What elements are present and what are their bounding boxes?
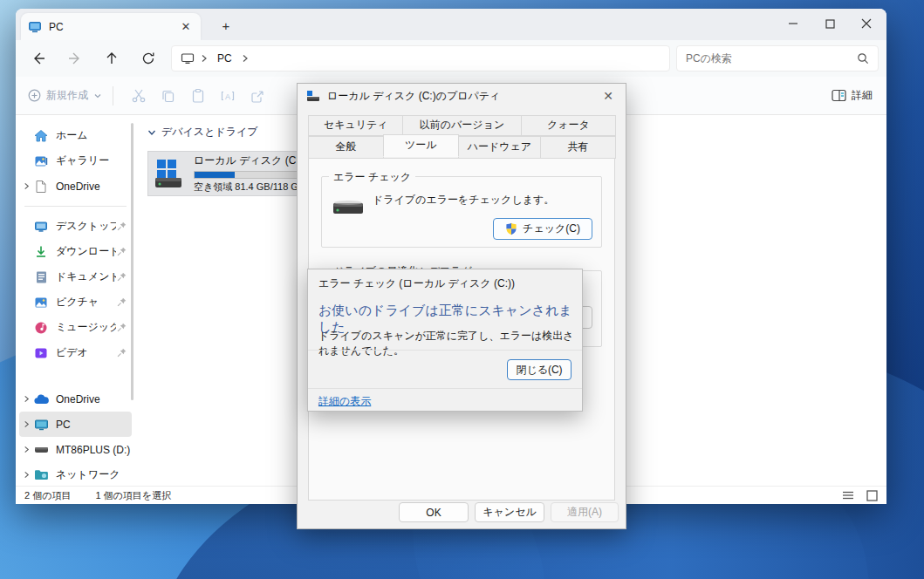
this-pc-icon [181,51,195,65]
new-item-label: 新規作成 [46,88,88,103]
tab-quota[interactable]: クォータ [521,115,616,136]
tab-security[interactable]: セキュリティ [308,115,403,136]
search-placeholder: PCの検索 [686,51,857,66]
properties-tabs: セキュリティ 以前のバージョン クォータ 全般 ツール ハードウェア 共有 [308,115,615,159]
properties-dialog-titlebar: ローカル ディスク (C:)のプロパティ ✕ [298,84,626,108]
properties-dialog-title: ローカル ディスク (C:)のプロパティ [327,89,592,104]
explorer-tab-pc[interactable]: PC ✕ [21,13,201,40]
paste-icon[interactable] [183,82,213,110]
cut-icon[interactable] [124,82,154,110]
copy-icon[interactable] [154,82,183,110]
svg-text:A: A [225,92,230,100]
pin-icon [116,271,128,283]
apply-button[interactable]: 適用(A) [551,502,619,522]
sidebar-divider [24,206,127,207]
hdd-icon [332,198,364,217]
scan-dialog-title: エラー チェック (ローカル ディスク (C:)) [318,276,515,291]
tab-previous-versions[interactable]: 以前のバージョン [402,115,521,136]
sidebar-item-onedrive-top[interactable]: OneDrive [19,174,132,199]
chevron-right-icon[interactable] [19,446,33,453]
large-icons-view-icon[interactable] [866,490,878,501]
chevron-right-icon [241,54,250,63]
show-details-link[interactable]: 詳細の表示 [318,394,371,409]
sidebar-item-label: ビデオ [56,345,116,360]
back-button[interactable] [24,44,52,72]
sidebar-item-label: ギャラリー [56,153,132,168]
drive-icon [33,442,49,458]
chevron-down-icon [147,128,156,137]
ok-button[interactable]: OK [399,502,469,522]
tab-general[interactable]: 全般 [308,136,384,159]
drive-usage-fill [195,172,235,178]
check-button-label: チェック(C) [523,221,580,236]
sidebar-item-music[interactable]: ミュージック [19,315,132,340]
toolbar-divider [113,86,113,106]
new-tab-button[interactable]: + [215,16,237,37]
refresh-button[interactable] [134,44,162,72]
forward-button[interactable] [61,44,89,72]
sidebar-item-pictures[interactable]: ピクチャ [19,290,132,315]
address-bar[interactable]: PC [171,45,670,72]
scan-close-button[interactable]: 閉じる(C) [507,359,572,380]
pin-icon [116,322,128,334]
section-header-label: デバイスとドライブ [161,125,258,140]
cancel-button[interactable]: キャンセル [475,502,544,522]
pin-icon [116,221,128,233]
tab-close-icon[interactable]: ✕ [178,19,194,35]
tab-tools[interactable]: ツール [383,134,459,157]
sidebar-item-label: ドキュメント [56,269,116,284]
document-icon [33,269,49,285]
details-pane-label: 詳細 [852,88,873,103]
sidebar-item-home[interactable]: ホーム [19,123,132,148]
sidebar-scrollbar[interactable] [131,123,133,400]
drive-small-icon [306,90,320,102]
sidebar-item-documents[interactable]: ドキュメント [19,264,132,290]
minimize-button[interactable] [775,9,811,38]
divider [308,388,582,389]
search-input[interactable]: PCの検索 [676,45,879,72]
sidebar-item-downloads[interactable]: ダウンロード [19,239,132,264]
divider [308,350,582,351]
sidebar-item-label: ピクチャ [56,295,116,310]
chevron-right-icon[interactable] [19,182,33,190]
share-icon[interactable] [243,82,272,110]
pc-icon [33,417,49,433]
sidebar-item-mt86plus-d[interactable]: MT86PLUS (D:) [19,437,132,462]
check-button[interactable]: チェック(C) [493,218,592,240]
sidebar-item-label: OneDrive [56,181,132,193]
pin-icon [116,246,128,258]
chevron-right-icon[interactable] [19,420,33,428]
maximize-button[interactable] [811,9,848,38]
close-button[interactable] [848,9,885,38]
desktop: PC ✕ + [0,0,924,579]
sidebar-item-gallery[interactable]: ギャラリー [19,148,132,174]
video-icon [33,345,49,361]
chevron-right-icon[interactable] [19,395,33,403]
cloud-icon [33,392,49,407]
sidebar-item-label: PC [56,419,132,431]
tab-sharing[interactable]: 共有 [540,136,616,159]
breadcrumb-pc[interactable]: PC [214,52,236,65]
rename-icon[interactable]: A [213,82,243,110]
sidebar-item-label: デスクトップ [56,219,116,234]
system-drive-icon [154,156,188,191]
sidebar-item-label: ネットワーク [56,467,132,482]
gallery-icon [33,153,49,169]
scan-body-text: ドライブのスキャンが正常に完了し、エラーは検出されませんでした。 [318,329,582,358]
details-pane-button[interactable]: 詳細 [832,88,873,103]
details-view-icon[interactable] [842,490,854,501]
sidebar-item-videos[interactable]: ビデオ [19,340,132,365]
tab-hardware[interactable]: ハードウェア [458,136,541,159]
sidebar-item-desktop[interactable]: デスクトップ [19,214,132,239]
error-check-description: ドライブのエラーをチェックします。 [373,193,554,208]
sidebar-item-network[interactable]: ネットワーク [19,462,132,487]
windows-logo-icon [157,160,176,179]
sidebar-item-label: ダウンロード [56,244,116,259]
close-icon[interactable]: ✕ [599,89,617,103]
chevron-right-icon[interactable] [19,471,33,479]
sidebar-item-onedrive[interactable]: OneDrive [19,386,132,412]
new-item-button[interactable]: 新規作成 [28,88,102,103]
sidebar-item-label: ミュージック [56,320,116,335]
up-button[interactable] [98,44,126,72]
sidebar-item-pc[interactable]: PC [19,412,132,437]
